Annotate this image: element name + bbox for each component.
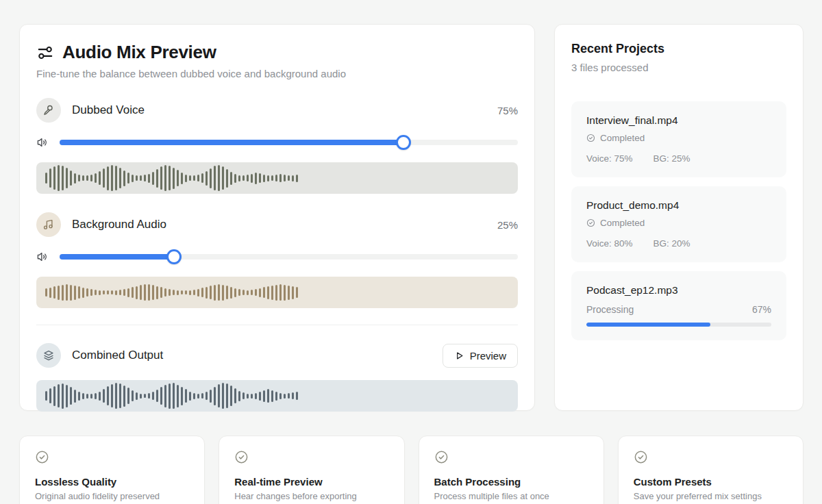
feature-cards: Lossless Quality Original audio fidelity… [19,436,804,504]
microphone-icon [36,98,61,123]
combined-output-section: Combined Output Preview [36,343,518,412]
project-name: Podcast_ep12.mp3 [586,284,771,297]
voice-mix-value: Voice: 75% [586,153,633,164]
background-waveform [36,277,518,308]
feature-title: Real-time Preview [234,476,388,488]
output-label: Combined Output [72,349,432,362]
panel-header: Audio Mix Preview [36,42,518,63]
feature-title: Batch Processing [434,476,588,488]
progress-bar [586,323,771,327]
status-label: Completed [600,218,645,228]
sliders-icon [36,44,54,62]
progress-percent: 67% [752,304,771,315]
progress-bar-fill [586,323,710,327]
check-circle-icon [586,134,595,142]
track-dubbed-voice: Dubbed Voice 75% [36,98,518,194]
slider-row [36,135,518,150]
feature-description: Save your preferred mix settings [634,491,788,501]
track-label: Dubbed Voice [72,103,486,117]
slider-thumb[interactable] [166,249,182,264]
project-name: Interview_final.mp4 [586,114,771,127]
feature-custom-presets: Custom Presets Save your preferred mix s… [618,436,804,504]
project-card-product-demo[interactable]: Product_demo.mp4 Completed Voice: 80% BG… [571,186,786,262]
feature-lossless-quality: Lossless Quality Original audio fidelity… [19,436,205,504]
project-mix-values: Voice: 80% BG: 20% [586,238,771,249]
project-mix-values: Voice: 75% BG: 25% [586,153,771,164]
feature-title: Custom Presets [634,476,788,488]
processing-label: Processing [586,304,634,315]
feature-description: Process multiple files at once [434,491,588,501]
combined-waveform [36,380,518,412]
feature-batch-processing: Batch Processing Process multiple files … [419,436,604,504]
background-volume-slider[interactable] [60,249,518,264]
layers-icon [36,343,61,368]
check-circle-icon [586,218,595,227]
track-percent-value: 75% [497,105,518,116]
music-note-icon [36,212,61,237]
check-circle-icon [634,450,648,464]
play-icon [454,351,464,361]
divider [36,325,518,325]
feature-description: Original audio fidelity preserved [35,491,189,501]
check-circle-icon [434,450,449,464]
voice-waveform [36,162,518,194]
bg-mix-value: BG: 20% [653,238,690,249]
project-list: Interview_final.mp4 Completed Voice: 75%… [571,101,786,340]
slider-thumb[interactable] [396,135,411,150]
track-header: Dubbed Voice 75% [36,98,518,123]
project-status: Completed [586,218,771,228]
audio-mix-panel: Audio Mix Preview Fine-tune the balance … [19,24,535,411]
voice-mix-value: Voice: 80% [586,238,633,249]
page-subtitle: Fine-tune the balance between dubbed voi… [36,68,518,79]
project-status: Completed [586,133,771,143]
recent-projects-title: Recent Projects [571,42,786,56]
track-header: Background Audio 25% [36,212,518,237]
check-circle-icon [35,450,49,464]
files-processed-count: 3 files processed [571,62,786,73]
slider-fill [60,140,403,145]
volume-icon [36,136,49,149]
track-background-audio: Background Audio 25% [36,212,518,308]
preview-button-label: Preview [470,350,506,362]
feature-title: Lossless Quality [35,476,189,488]
check-circle-icon [234,450,249,464]
voice-volume-slider[interactable] [60,135,518,150]
feature-realtime-preview: Real-time Preview Hear changes before ex… [219,436,404,504]
output-header: Combined Output Preview [36,343,518,368]
status-label: Completed [600,133,645,143]
track-label: Background Audio [72,218,486,231]
feature-description: Hear changes before exporting [234,491,388,501]
preview-button[interactable]: Preview [443,344,518,368]
page: Audio Mix Preview Fine-tune the balance … [0,0,822,504]
top-section: Audio Mix Preview Fine-tune the balance … [19,24,804,411]
bg-mix-value: BG: 25% [653,153,690,164]
volume-icon [36,251,49,263]
slider-fill [60,254,174,260]
project-card-interview[interactable]: Interview_final.mp4 Completed Voice: 75%… [571,101,786,177]
recent-projects-panel: Recent Projects 3 files processed Interv… [554,24,804,411]
page-title: Audio Mix Preview [62,42,216,63]
slider-row [36,249,518,264]
processing-row: Processing 67% [586,304,771,315]
project-card-podcast[interactable]: Podcast_ep12.mp3 Processing 67% [571,271,786,340]
track-percent-value: 25% [497,219,518,231]
project-name: Product_demo.mp4 [586,199,771,212]
